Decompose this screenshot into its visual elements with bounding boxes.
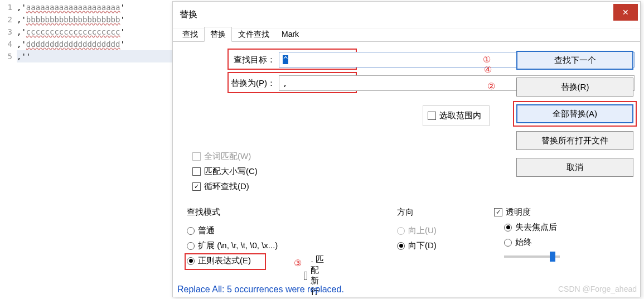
- radio-icon: [187, 257, 195, 265]
- dialog-title: 替换: [180, 9, 197, 21]
- line-number: 2: [0, 13, 12, 26]
- annotation-1: ①: [483, 54, 491, 65]
- line-gutter: 1 2 3 4 5: [0, 0, 17, 299]
- direction-label: 方向: [397, 207, 437, 218]
- replace-button[interactable]: 替换(R): [516, 78, 633, 97]
- code-area[interactable]: ,'aaaaaaaaaaaaaaaaaaaa' ,'bbbbbbbbbbbbbb…: [17, 0, 173, 299]
- radio-icon: [397, 242, 405, 250]
- code-line[interactable]: ,'cccccccccccccccccccc': [17, 26, 173, 38]
- tab-find-in-files[interactable]: 文件查找: [232, 27, 275, 42]
- tab-strip: 查找 替换 文件查找 Mark: [173, 26, 640, 42]
- transparency-on-blur-radio[interactable]: 失去焦点后: [504, 222, 560, 233]
- wrap-around-checkbox[interactable]: 循环查找(D): [192, 181, 258, 192]
- watermark: CSDN @Forge_ahead: [558, 284, 637, 293]
- radio-icon: [504, 224, 512, 232]
- mode-normal-radio[interactable]: 普通: [187, 225, 278, 236]
- direction-down-radio[interactable]: 向下(D): [397, 240, 437, 251]
- radio-icon: [397, 227, 405, 235]
- line-number: 1: [0, 1, 12, 13]
- close-button[interactable]: ✕: [613, 4, 638, 21]
- replace-all-open-button[interactable]: 替换所有打开文件: [516, 131, 633, 150]
- line-number: 5: [0, 50, 12, 62]
- replace-dialog: 替换 ✕ 查找 替换 文件查找 Mark 查找目标： ^ ▾ ① 替换为(P)：…: [172, 1, 641, 297]
- code-line[interactable]: ,'bbbbbbbbbbbbbbbbbbbb': [17, 13, 173, 26]
- checkbox-icon: [494, 208, 502, 216]
- match-case-checkbox[interactable]: 匹配大小写(C): [192, 166, 258, 177]
- cancel-button[interactable]: 取消: [516, 158, 633, 177]
- titlebar[interactable]: 替换 ✕: [173, 2, 640, 28]
- replace-all-button[interactable]: 全部替换(A): [516, 104, 633, 123]
- find-next-button[interactable]: 查找下一个: [516, 51, 633, 70]
- transparency-checkbox[interactable]: 透明度: [494, 207, 560, 218]
- radio-icon: [187, 242, 195, 250]
- transparency-slider[interactable]: [504, 255, 560, 258]
- mode-extended-radio[interactable]: 扩展 (\n, \r, \t, \0, \x...): [187, 240, 278, 251]
- status-text: Replace All: 5 occurrences were replaced…: [177, 284, 344, 295]
- line-number: 4: [0, 38, 12, 50]
- checkbox-icon: [192, 182, 201, 191]
- code-line[interactable]: ,'aaaaaaaaaaaaaaaaaaaa': [17, 1, 173, 13]
- annotation-3: ③: [294, 258, 302, 268]
- code-line[interactable]: ,'': [17, 50, 173, 62]
- tab-replace[interactable]: 替换: [204, 27, 232, 42]
- mode-regex-radio[interactable]: 正则表达式(E): [187, 255, 278, 266]
- checkbox-icon: [304, 272, 307, 280]
- whole-word-checkbox[interactable]: 全词匹配(W): [192, 151, 258, 162]
- find-label: 查找目标：: [183, 55, 279, 65]
- search-mode-label: 查找模式: [187, 207, 278, 218]
- checkbox-icon: [192, 152, 201, 161]
- annotation-4: ④: [484, 64, 492, 75]
- annotation-2: ②: [487, 81, 495, 91]
- code-line[interactable]: ,'dddddddddddddddddddd': [17, 38, 173, 50]
- tab-find[interactable]: 查找: [176, 27, 204, 42]
- slider-thumb[interactable]: [550, 252, 555, 262]
- transparency-always-radio[interactable]: 始终: [504, 237, 560, 248]
- radio-icon: [187, 227, 195, 235]
- checkbox-icon: [192, 167, 201, 176]
- replace-value: ,: [283, 79, 287, 88]
- tab-mark[interactable]: Mark: [275, 27, 305, 42]
- in-selection-checkbox[interactable]: 选取范围内: [428, 110, 481, 121]
- radio-icon: [504, 239, 512, 247]
- direction-up-radio[interactable]: 向上(U): [397, 225, 437, 236]
- find-value: ^: [283, 55, 288, 64]
- replace-label: 替换为(P)：: [183, 78, 279, 89]
- checkbox-icon: [428, 112, 436, 120]
- line-number: 3: [0, 26, 12, 38]
